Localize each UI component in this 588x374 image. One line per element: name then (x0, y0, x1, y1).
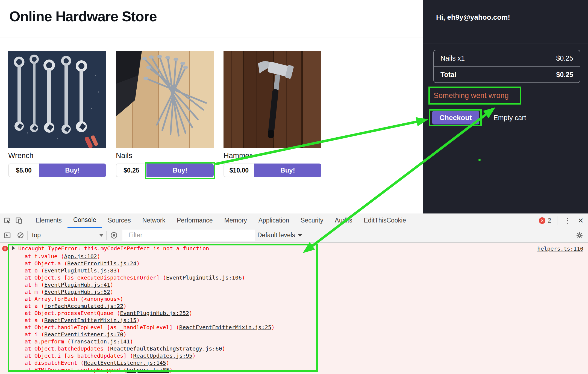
live-expression-eye-icon[interactable] (110, 231, 118, 239)
product-price-row: $5.00 Buy! (8, 164, 106, 177)
checkout-button[interactable]: Checkout (432, 111, 479, 124)
sidebar-divider (423, 43, 588, 43)
hammer-product-image (224, 51, 321, 148)
console-error-message: Uncaught TypeError: this.myCodeIsPerfect… (12, 245, 209, 252)
stack-frame: at Object.a (ReactErrorUtils.js:24) (25, 260, 275, 267)
close-icon[interactable]: ✕ (578, 216, 584, 225)
wrench-product-image (8, 51, 106, 148)
source-link[interactable]: App.js:102 (64, 253, 97, 260)
source-link[interactable]: Transaction.js:141 (71, 338, 130, 345)
cart-item-row: Nails x1 $0.25 (434, 50, 580, 66)
cart-table: Nails x1 $0.25 Total $0.25 (433, 50, 580, 83)
product-price-row: $10.00 Buy! (224, 164, 321, 177)
product-price: $0.25 (116, 164, 146, 177)
empty-cart-button[interactable]: Empty cart (493, 114, 526, 122)
product-price: $10.00 (224, 164, 254, 177)
page-title: Online Hardware Store (9, 8, 157, 25)
app-window: Online Hardware Store Wrench $5.00 (0, 0, 588, 374)
stack-frame: at Object.i [as batchedUpdates] (ReactUp… (25, 352, 275, 359)
kebab-menu-icon[interactable]: ⋮ (564, 216, 571, 225)
console-messages: ✕ Uncaught TypeError: this.myCodeIsPerfe… (0, 243, 588, 374)
source-link[interactable]: ReactEventEmitterMixin.js:25 (179, 324, 271, 331)
inspect-cursor-icon[interactable] (3, 216, 11, 225)
tab-application[interactable]: Application (253, 213, 295, 228)
context-selector-dropdown[interactable]: top (32, 231, 104, 239)
devtools-tabbar: ElementsConsoleSourcesNetworkPerformance… (0, 213, 588, 228)
console-source-link[interactable]: helpers.ts:110 (537, 245, 583, 252)
tabbar-right-cluster: ✕ 2 ⋮ ✕ (539, 216, 584, 225)
source-link[interactable]: helpers.ts:85 (127, 367, 169, 373)
buy-button-wrench[interactable]: Buy! (39, 164, 106, 177)
tab-memory[interactable]: Memory (219, 213, 253, 228)
filter-input[interactable] (122, 230, 255, 241)
stack-frame: at i (ReactEventListener.js:70) (25, 331, 275, 338)
stack-frame: at HTMLDocument.sentryWrapped (helpers.t… (25, 366, 275, 373)
tab-sources[interactable]: Sources (102, 213, 136, 228)
source-link[interactable]: ReactEventListener.js:145 (84, 360, 166, 366)
annotation-box-error-message: Something went wrong (428, 87, 521, 105)
tab-editthiscookie[interactable]: EditThisCookie (358, 213, 412, 228)
stack-frame: at t.value (App.js:102) (25, 253, 275, 260)
stack-frame: at a (forEachAccumulated.js:22) (25, 302, 275, 310)
source-link[interactable]: ReactErrorUtils.js:24 (67, 260, 137, 267)
source-link[interactable]: ReactEventListener.js:70 (44, 331, 123, 338)
stack-frame: at dispatchEvent (ReactEventListener.js:… (25, 359, 275, 366)
stack-frame: at a.perform (Transaction.js:141) (25, 338, 275, 345)
settings-gear-icon[interactable] (575, 231, 584, 239)
product-card-hammer: Hammer $10.00 Buy! (224, 51, 321, 177)
error-level-icon: ✕ (2, 246, 8, 251)
source-link[interactable]: EventPluginHub.js:252 (120, 310, 189, 316)
stack-frame: at Object.batchedUpdates (ReactDefaultBa… (25, 345, 275, 352)
source-link[interactable]: EventPluginUtils.js:83 (44, 267, 117, 274)
stack-trace: at t.value (App.js:102)at Object.a (Reac… (25, 253, 275, 373)
user-greeting: Hi, eh9y@yahoo.com! (436, 13, 510, 22)
cart-item-price: $0.25 (556, 54, 573, 62)
source-link[interactable]: forEachAccumulated.js:22 (44, 303, 123, 309)
product-card-wrench: Wrench $5.00 Buy! (8, 51, 106, 177)
tab-elements[interactable]: Elements (30, 213, 67, 228)
source-link[interactable]: EventPluginUtils.js:106 (166, 274, 242, 281)
source-link[interactable]: EventPluginHub.js:41 (44, 281, 110, 288)
console-sidebar-icon[interactable] (3, 231, 11, 239)
error-badge-icon[interactable]: ✕ (539, 217, 545, 224)
log-levels-value: Default levels (257, 231, 295, 239)
tab-security[interactable]: Security (295, 213, 329, 228)
cart-item-label: Nails x1 (440, 54, 465, 62)
cart-sidebar: Hi, eh9y@yahoo.com! Nails x1 $0.25 Total… (423, 0, 588, 213)
product-name: Nails (116, 152, 214, 160)
toolbar-separator (27, 231, 28, 240)
devtools-tabs: ElementsConsoleSourcesNetworkPerformance… (30, 213, 412, 228)
toolbar-separator (106, 231, 107, 240)
devtools-panel: ElementsConsoleSourcesNetworkPerformance… (0, 213, 588, 374)
product-name: Hammer (224, 152, 321, 160)
source-link[interactable]: ReactDefaultBatchingStrategy.js:60 (110, 345, 222, 352)
disclosure-triangle-icon[interactable] (12, 246, 15, 250)
stack-frame: at Object.s [as executeDispatchesInOrder… (25, 274, 275, 281)
product-price-row: $0.25 Buy! (116, 164, 214, 177)
buy-button-nails[interactable]: Buy! (146, 164, 214, 177)
clear-console-icon[interactable] (16, 231, 25, 239)
cart-total-price: $0.25 (556, 71, 573, 79)
log-levels-dropdown[interactable]: Default levels (257, 231, 302, 239)
tab-performance[interactable]: Performance (171, 213, 219, 228)
stack-frame: at o (EventPluginUtils.js:83) (25, 267, 275, 274)
toolbar-separator (26, 216, 26, 225)
source-link[interactable]: ReactUpdates.js:95 (133, 352, 192, 359)
cart-total-row: Total $0.25 (434, 66, 580, 82)
stack-frame: at m (EventPluginHub.js:52) (25, 288, 275, 295)
stack-frame: at a (ReactEventEmitterMixin.js:15) (25, 317, 275, 324)
source-link[interactable]: EventPluginHub.js:52 (44, 289, 110, 295)
product-card-nails: Nails $0.25 Buy! (116, 51, 214, 177)
cart-error-message: Something went wrong (434, 91, 509, 100)
cart-total-label: Total (440, 71, 456, 79)
tab-console[interactable]: Console (67, 213, 102, 228)
chevron-down-icon (99, 234, 104, 237)
tab-network[interactable]: Network (137, 213, 171, 228)
source-link[interactable]: ReactEventEmitterMixin.js:15 (44, 317, 136, 323)
product-price: $5.00 (8, 164, 39, 177)
tab-audits[interactable]: Audits (329, 213, 358, 228)
device-toolbar-icon[interactable] (15, 216, 23, 225)
buy-button-hammer[interactable]: Buy! (254, 164, 321, 177)
stack-frame: at Object.handleTopLevel [as _handleTopL… (25, 324, 275, 331)
toolbar-separator (557, 216, 557, 225)
